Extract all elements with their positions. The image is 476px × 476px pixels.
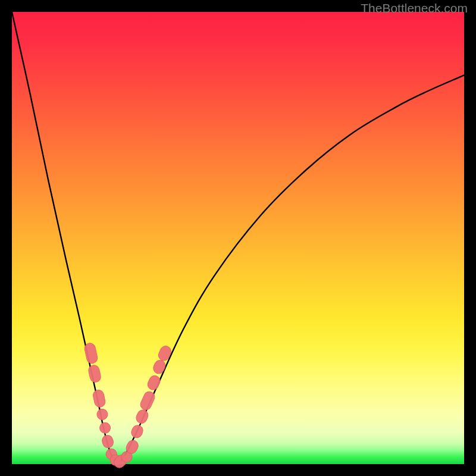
svg-rect-16 — [156, 345, 173, 362]
svg-rect-14 — [146, 374, 161, 392]
curve-marker — [156, 345, 173, 362]
curve-marker — [87, 364, 102, 383]
curve-marker — [98, 421, 111, 434]
svg-rect-15 — [152, 358, 167, 375]
marker-layer — [84, 342, 173, 470]
svg-rect-11 — [130, 424, 145, 440]
curve-marker — [84, 342, 99, 364]
svg-rect-0 — [84, 342, 99, 364]
curve-marker — [134, 408, 150, 425]
plot-frame: TheBottleneck.com — [12, 12, 464, 464]
curve-marker — [101, 434, 114, 449]
curve-marker — [130, 424, 145, 440]
canvas-root: TheBottleneck.com — [0, 0, 476, 476]
curve-marker — [152, 358, 167, 375]
svg-rect-3 — [96, 408, 108, 421]
chart-overlay-svg — [12, 12, 464, 464]
svg-rect-2 — [92, 389, 107, 408]
svg-rect-4 — [98, 421, 111, 434]
curve-marker — [146, 374, 161, 392]
curve-marker — [96, 408, 108, 421]
svg-rect-1 — [87, 364, 102, 383]
bottleneck-curve-path — [12, 12, 464, 462]
curve-marker — [92, 389, 107, 408]
svg-rect-12 — [134, 408, 150, 425]
svg-rect-5 — [101, 434, 114, 449]
